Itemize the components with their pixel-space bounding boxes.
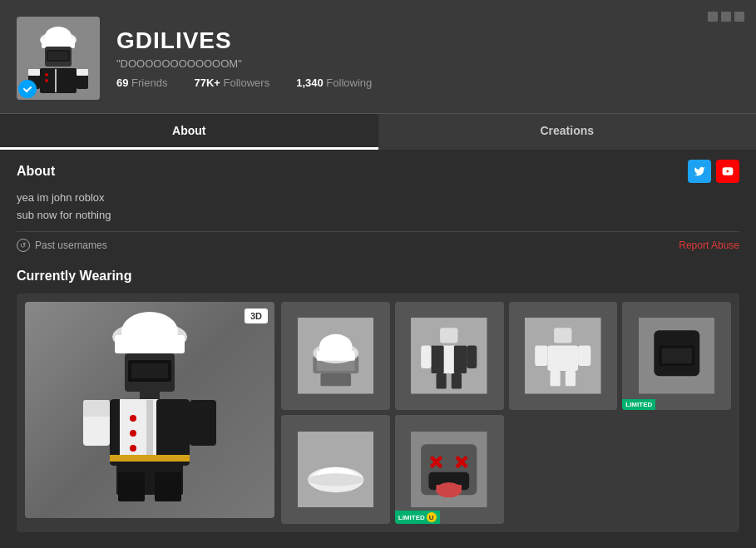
profile-header: GDILIVES "DOOOOOOOOOOOOM" 69 Friends 77K… [0,0,756,113]
report-abuse-button[interactable]: Report Abuse [679,239,739,251]
youtube-icon[interactable] [716,160,739,183]
about-bio-line2: sub now for nothing [17,207,739,225]
svg-point-10 [45,79,48,82]
about-header: About [17,160,739,183]
about-footer: ↺ Past usernames Report Abuse [17,231,739,252]
svg-rect-59 [551,371,561,386]
friends-stat[interactable]: 69 Friends [116,77,167,89]
friends-count: 69 [116,77,128,89]
svg-point-9 [45,73,48,77]
svg-point-28 [130,415,136,422]
svg-rect-58 [578,346,590,366]
wearing-content: 3D [17,294,739,533]
item-card-4[interactable]: LIMITED [622,302,731,411]
about-section: About yea im john roblox sub now for not… [0,150,756,259]
following-count: 1,340 [296,77,324,89]
tab-creations[interactable]: Creations [378,114,757,150]
svg-rect-49 [454,346,467,374]
tabs-bar: About Creations [0,113,756,150]
svg-rect-8 [55,69,57,92]
svg-point-67 [308,473,363,486]
past-usernames-label: Past usernames [35,239,107,251]
svg-point-18 [121,312,178,352]
limited-badge-4: LIMITED [622,399,655,410]
svg-rect-6 [48,52,68,60]
social-icons [688,160,739,183]
svg-rect-53 [452,373,462,388]
svg-point-3 [45,27,72,47]
twitter-icon[interactable] [688,160,711,183]
window-control-1 [708,12,718,22]
svg-rect-37 [190,400,216,446]
window-control-2 [721,12,731,22]
item-card-2[interactable] [395,302,504,411]
3d-badge[interactable]: 3D [245,309,268,323]
svg-rect-21 [131,363,168,378]
wearing-section: Currently Wearing [0,259,756,546]
svg-rect-52 [437,373,447,388]
svg-rect-50 [422,346,432,368]
about-bio: yea im john roblox sub now for nothing [17,190,739,225]
item-card-1[interactable] [281,302,390,411]
svg-rect-56 [548,346,579,372]
tab-about[interactable]: About [0,114,378,150]
svg-point-29 [130,430,136,437]
model-background [25,302,274,518]
profile-stats: 69 Friends 77K+ Followers 1,340 Followin… [116,77,739,89]
content-area: About yea im john roblox sub now for not… [0,150,756,546]
item-card-3[interactable] [509,302,618,411]
svg-rect-22 [140,391,160,399]
past-usernames-button[interactable]: ↺ Past usernames [17,239,107,252]
followers-count: 77K+ [194,77,220,89]
history-icon: ↺ [17,239,30,252]
item-card-6[interactable]: LIMITED U [395,415,504,524]
svg-rect-51 [467,346,477,368]
svg-rect-60 [566,371,576,386]
limited-u-badge-6: LIMITED U [395,511,440,524]
window-controls [708,12,744,22]
svg-rect-34 [155,472,181,501]
svg-rect-64 [661,348,692,363]
svg-rect-31 [110,455,190,462]
svg-rect-36 [83,400,110,417]
following-label: Following [326,77,372,89]
svg-rect-55 [554,328,571,343]
svg-rect-41 [320,373,351,386]
profile-username: GDILIVES [116,27,739,54]
item-card-5[interactable] [281,415,390,524]
about-bio-line1: yea im john roblox [17,190,739,207]
followers-label: Followers [224,77,270,89]
followers-stat[interactable]: 77K+ Followers [194,77,269,89]
profile-info: GDILIVES "DOOOOOOOOOOOOM" 69 Friends 77K… [116,27,739,89]
following-stat[interactable]: 1,340 Following [296,77,372,89]
profile-blurb: "DOOOOOOOOOOOOM" [116,57,739,70]
avatar-container [17,17,100,100]
svg-point-30 [130,445,136,452]
avatar-verified-badge [18,80,37,98]
items-grid: LIMITED [281,302,731,525]
friends-label: Friends [131,77,167,89]
svg-rect-48 [432,346,444,374]
svg-rect-76 [437,485,462,492]
svg-rect-33 [118,472,145,501]
svg-point-44 [319,334,353,360]
svg-rect-46 [440,328,457,343]
svg-rect-14 [77,69,88,76]
model-viewer[interactable]: 3D [25,302,274,518]
svg-rect-13 [28,69,40,76]
svg-rect-57 [535,346,547,366]
wearing-title: Currently Wearing [17,269,739,284]
window-control-3 [734,12,744,22]
about-title: About [17,164,55,179]
